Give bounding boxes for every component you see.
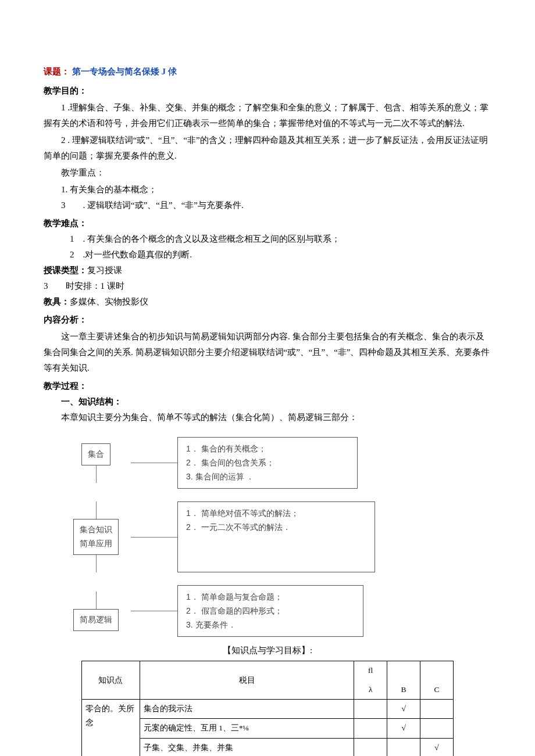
td-c: √	[420, 738, 454, 756]
td-c	[420, 719, 454, 738]
diagram-box-logic-detail: 1． 简单命题与复合命题； 2． 假言命题的四种形式； 3. 充要条件．	[177, 585, 363, 637]
section-purpose: 教学目的：	[44, 83, 491, 99]
lesson-tools-label: 教具：	[44, 297, 70, 306]
td-item: 子集、交集、并集、并集	[140, 738, 354, 756]
th-knowledge: 知识点	[82, 661, 140, 700]
td-group: 零合的。关所念	[82, 699, 140, 756]
diagram-connector-line	[96, 465, 97, 483]
td-item: 元案的确定性、互用 1、三*⅛	[140, 719, 354, 738]
lesson-type-label: 授课类型：	[44, 266, 87, 275]
lesson-time-value: 1 课时	[101, 281, 124, 291]
td-a	[354, 719, 387, 738]
td-b: √	[387, 719, 420, 738]
td-item: 集合的我示法	[140, 699, 354, 718]
lesson-time: 3 时安排：1 课时	[44, 278, 491, 294]
lesson-title: 课题： 第一专场会与简名保矮 J 俅	[44, 64, 491, 80]
title-text: 第一专场会与简名保矮 J 俅	[72, 67, 177, 76]
th-b: B	[387, 680, 420, 700]
table-caption: 【知识点与学习目标】:	[44, 643, 491, 658]
focus-item-1: 1. 有关集合的基本概念；	[61, 182, 491, 198]
focus-item-2: 3 . 逻辑联结词“或”、“且”、“非”与充要条件.	[61, 198, 491, 213]
section-process: 教学过程：	[44, 378, 491, 394]
table-header-row: 知识点 税目 fl	[82, 661, 454, 680]
td-c	[420, 699, 454, 718]
diagram-connector-line	[131, 537, 177, 538]
th-empty	[387, 661, 420, 680]
diagram-row-2: 集合知识 简单应用 1． 简单绝对值不等式的解法； 2． 一元二次不等式的解法．	[61, 501, 491, 572]
purpose-p1: 1 .理解集合、子集、补集、交集、并集的概念；了解空集和全集的意义；了解属于、包…	[44, 100, 491, 131]
diagram-row-1: 集合 1． 集合的有关概念； 2． 集合间的包含关系； 3. 集合间的运算 ．	[61, 437, 491, 489]
th-item: 税目	[140, 661, 354, 700]
section-content: 内容分析：	[44, 312, 491, 328]
diagram-connector-line	[131, 463, 177, 463]
lesson-time-label: 3 时安排：	[44, 281, 101, 291]
th-empty	[420, 661, 454, 680]
section-difficulty: 教学难点：	[44, 216, 491, 231]
td-b	[387, 738, 420, 756]
diagram-box-application: 集合知识 简单应用	[73, 519, 119, 555]
difficulty-item-1: 1 . 有关集合的各个概念的含义以及这些概念相互之间的区别与联系；	[70, 231, 491, 247]
lesson-type: 授课类型：复习授课	[44, 263, 491, 278]
td-a	[354, 738, 387, 756]
purpose-p2: 2 . 理解逻辑联结词“或”、“且”、“非”的含义；理解四种命题及其相互关系；进…	[44, 132, 491, 164]
table-row: 零合的。关所念 集合的我示法 √	[82, 699, 454, 718]
diagram-connector-line	[96, 592, 97, 609]
diagram-box-set: 集合	[81, 443, 110, 465]
knowledge-table: 知识点 税目 fl λ B C 零合的。关所念 集合的我示法 √ 元案的确定性、…	[81, 661, 454, 756]
structure-head: 一、知识结构：	[61, 394, 491, 410]
focus-head: 教学重点：	[44, 165, 491, 181]
diagram-connector-line	[131, 611, 177, 611]
content-paragraph: 这一章主要讲述集合的初步知识与简易逻辑知识两部分内容. 集合部分主要包括集合的有…	[44, 329, 491, 376]
diagram-box-set-detail: 1． 集合的有关概念； 2． 集合间的包含关系； 3. 集合间的运算 ．	[177, 437, 358, 489]
th-c: C	[420, 680, 454, 700]
diagram-row-3: 简易逻辑 1． 简单命题与复合命题； 2． 假言命题的四种形式； 3. 充要条件…	[61, 585, 491, 637]
th-a: λ	[354, 680, 387, 700]
title-label: 课题：	[44, 67, 70, 76]
lesson-tools-value: 多媒体、实物投影仪	[70, 297, 148, 306]
diagram-connector-line	[96, 555, 97, 572]
structure-paragraph: 本章知识主要分为集合、简单不等式的解法（集合化简）、简易逻辑三部分：	[61, 410, 491, 425]
diagram-box-logic: 简易逻辑	[73, 609, 119, 631]
knowledge-structure-diagram: 集合 1． 集合的有关概念； 2． 集合间的包含关系； 3. 集合间的运算 ． …	[61, 437, 491, 637]
td-b: √	[387, 699, 420, 718]
diagram-connector-line	[96, 501, 97, 519]
lesson-type-value: 复习授课	[87, 266, 122, 275]
th-fl: fl	[354, 661, 387, 680]
lesson-tools: 教具：多媒体、实物投影仪	[44, 294, 491, 310]
td-a	[354, 699, 387, 718]
diagram-box-application-detail: 1． 简单绝对值不等式的解法； 2． 一元二次不等式的解法．	[177, 501, 375, 572]
difficulty-item-2: 2 .对一些代数命题真假的判断.	[70, 247, 491, 263]
